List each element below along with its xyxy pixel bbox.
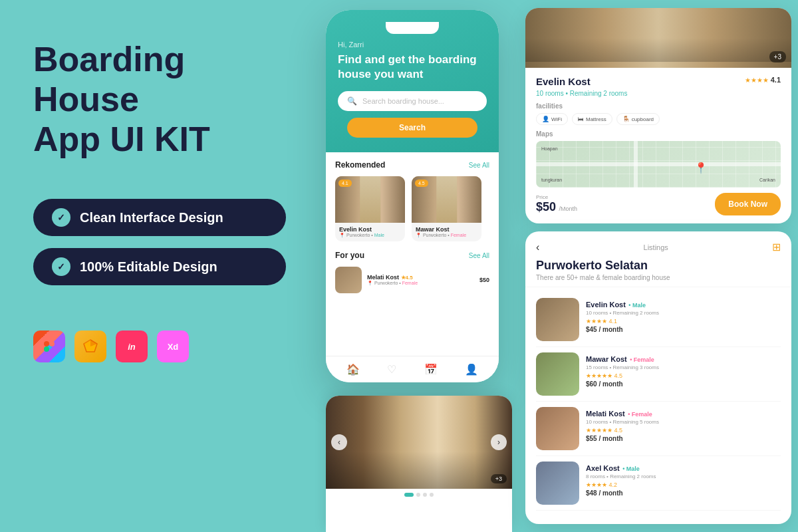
book-now-button[interactable]: Book Now bbox=[715, 193, 781, 215]
axel-rooms: 8 rooms • Remaining 2 rooms bbox=[586, 473, 781, 479]
detail-rating: ★★★★ 4.1 bbox=[745, 76, 781, 84]
svg-rect-2 bbox=[49, 341, 55, 346]
mawar-name-row: Mawar Kost • Female bbox=[586, 352, 781, 364]
evelin-rooms: 10 rooms • Remaining 2 rooms bbox=[586, 310, 781, 316]
melati-rooms: 10 rooms • Remaining 5 rooms bbox=[586, 419, 781, 425]
melati-price: $55 / month bbox=[586, 435, 781, 442]
detail-price-section: Price $50 /Month bbox=[536, 194, 577, 214]
list-item-evelin[interactable]: Evelin Kost • Male 10 rooms • Remaining … bbox=[536, 293, 781, 347]
back-button[interactable]: ‹ bbox=[536, 241, 539, 253]
recommended-cards: 4.1 Evelin Kost 📍 Purwokerto • Male 4.5 bbox=[335, 176, 489, 241]
detail-name: Evelin Kost bbox=[536, 76, 591, 87]
svg-rect-3 bbox=[44, 346, 49, 352]
evelin-name-row: Evelin Kost • Male bbox=[586, 298, 781, 310]
card-evelin-name: Evelin Kost bbox=[339, 226, 401, 233]
filter-icon[interactable]: ⊞ bbox=[772, 241, 781, 253]
search-button[interactable]: Search bbox=[347, 118, 477, 138]
card-mawar[interactable]: 4.5 Mawar Kost 📍 Purwokerto • Female bbox=[412, 176, 481, 241]
phone-navigation: 🏠 ♡ 📅 👤 bbox=[326, 356, 499, 382]
melati-info: Melati Kost • Female 10 rooms • Remainin… bbox=[586, 407, 781, 450]
evelin-stars: ★★★★ 4.1 bbox=[586, 318, 781, 325]
list-melati-thumb bbox=[335, 267, 362, 293]
list-item-mawar[interactable]: Mawar Kost • Female 15 rooms • Remaining… bbox=[536, 347, 781, 402]
mawar-thumb bbox=[536, 352, 579, 396]
foryou-header: For you See All bbox=[335, 251, 489, 260]
left-panel: Boarding House App UI KIT ✓ Clean Interf… bbox=[0, 0, 319, 532]
card-mawar-info: Mawar Kost 📍 Purwokerto • Female bbox=[412, 223, 481, 241]
corridor-image bbox=[525, 8, 791, 68]
mawar-stars: ★★★★★ 4.5 bbox=[586, 372, 781, 379]
rating-badge-1: 4.1 bbox=[338, 180, 352, 187]
axel-info: Axel Kost • Male 8 rooms • Remaining 2 r… bbox=[586, 462, 781, 505]
axel-thumb bbox=[536, 462, 579, 505]
sketch-icon bbox=[74, 331, 106, 362]
nav-home-icon[interactable]: 🏠 bbox=[346, 363, 360, 376]
boarding-house-list: Evelin Kost • Male 10 rooms • Remaining … bbox=[525, 287, 791, 516]
photo-prev-button[interactable]: ‹ bbox=[331, 434, 347, 450]
rating-badge-2: 4.5 bbox=[415, 180, 428, 187]
list-melati[interactable]: Melati Kost ★4.5 📍 Purwokerto • Female $… bbox=[335, 267, 489, 293]
nav-heart-icon[interactable]: ♡ bbox=[387, 363, 396, 376]
list-melati-name: Melati Kost ★4.5 bbox=[367, 274, 474, 281]
facility-cupboard: 🪑 cupboard bbox=[616, 113, 660, 125]
map-pin-icon: 📍 bbox=[694, 162, 708, 174]
detail-card: +3 Evelin Kost ★★★★ 4.1 10 rooms • Remai… bbox=[525, 8, 791, 223]
bottom-center-card: ‹ › +3 bbox=[326, 396, 512, 532]
photo-overlay bbox=[326, 396, 512, 489]
cupboard-icon: 🪑 bbox=[622, 116, 630, 122]
photo-next-button[interactable]: › bbox=[491, 434, 507, 450]
recommended-header: Rekomended See All bbox=[335, 160, 489, 170]
phone-greeting: Hi, Zarri bbox=[338, 41, 487, 49]
nav-profile-icon[interactable]: 👤 bbox=[465, 363, 478, 376]
badge-editable-text: 100% Editable Design bbox=[80, 259, 217, 275]
list-card: ‹ Listings ⊞ Purwokerto Selatan There ar… bbox=[525, 231, 791, 524]
list-melati-price: $50 bbox=[479, 277, 489, 283]
maps-label: Maps bbox=[536, 130, 781, 138]
search-placeholder: Search boarding house... bbox=[362, 97, 444, 105]
mawar-price: $60 / month bbox=[586, 380, 781, 388]
list-melati-info: Melati Kost ★4.5 📍 Purwokerto • Female bbox=[367, 274, 474, 286]
foryou-see-all[interactable]: See All bbox=[469, 252, 489, 259]
axel-name-row: Axel Kost • Male bbox=[586, 462, 781, 473]
melati-name-row: Melati Kost • Female bbox=[586, 407, 781, 419]
list-item-axel[interactable]: Axel Kost • Male 8 rooms • Remaining 2 r… bbox=[536, 456, 781, 511]
detail-map[interactable]: 📍 Hoapan tungkuran Carikan bbox=[536, 141, 781, 188]
evelin-price: $45 / month bbox=[586, 326, 781, 333]
card-mawar-name: Mawar Kost bbox=[416, 226, 477, 233]
photo-count-badge: +3 bbox=[491, 474, 507, 483]
wifi-icon: 👤 bbox=[542, 116, 549, 122]
phone-tagline: Find and get the boarding house you want bbox=[338, 53, 487, 82]
badge-clean: ✓ Clean Interface Design bbox=[33, 199, 286, 236]
check-icon-2: ✓ bbox=[52, 257, 70, 276]
list-title-label: Listings bbox=[644, 243, 668, 251]
search-icon: 🔍 bbox=[347, 96, 357, 106]
phone-header: Hi, Zarri Find and get the boarding hous… bbox=[326, 10, 499, 152]
phone-search-bar[interactable]: 🔍 Search boarding house... bbox=[338, 91, 487, 111]
mattress-icon: 🛏 bbox=[578, 116, 584, 122]
badge-editable: ✓ 100% Editable Design bbox=[33, 248, 286, 285]
recommended-see-all[interactable]: See All bbox=[469, 162, 489, 169]
right-panel: +3 Evelin Kost ★★★★ 4.1 10 rooms • Remai… bbox=[525, 0, 791, 532]
mawar-rooms: 15 rooms • Remaining 3 rooms bbox=[586, 364, 781, 370]
detail-card-body: Evelin Kost ★★★★ 4.1 10 rooms • Remainin… bbox=[525, 68, 791, 223]
center-phone: Hi, Zarri Find and get the boarding hous… bbox=[326, 10, 505, 396]
list-item-melati[interactable]: Melati Kost • Female 10 rooms • Remainin… bbox=[536, 402, 781, 456]
rating-number: 4.1 bbox=[771, 76, 781, 84]
detail-photo-count: +3 bbox=[769, 51, 786, 63]
detail-card-image: +3 bbox=[525, 8, 791, 68]
facility-mattress: 🛏 Mattress bbox=[572, 113, 612, 125]
map-label-2: tungkuran bbox=[541, 178, 562, 182]
axel-price: $48 / month bbox=[586, 489, 781, 497]
map-road-h bbox=[536, 162, 781, 166]
list-header: ‹ Listings ⊞ Purwokerto Selatan There ar… bbox=[525, 231, 791, 287]
check-icon-1: ✓ bbox=[52, 208, 70, 227]
nav-calendar-icon[interactable]: 📅 bbox=[424, 363, 438, 376]
melati-thumb bbox=[536, 407, 579, 450]
card-evelin[interactable]: 4.1 Evelin Kost 📍 Purwokerto • Male bbox=[335, 176, 405, 241]
facilities-list: 👤 WiFi 🛏 Mattress 🪑 cupboard bbox=[536, 113, 781, 125]
map-road-v bbox=[634, 141, 638, 188]
invision-icon: in bbox=[116, 331, 148, 362]
list-melati-sub: 📍 Purwokerto • Female bbox=[367, 281, 474, 286]
xd-icon: Xd bbox=[157, 331, 189, 362]
phone-notch bbox=[386, 22, 439, 34]
